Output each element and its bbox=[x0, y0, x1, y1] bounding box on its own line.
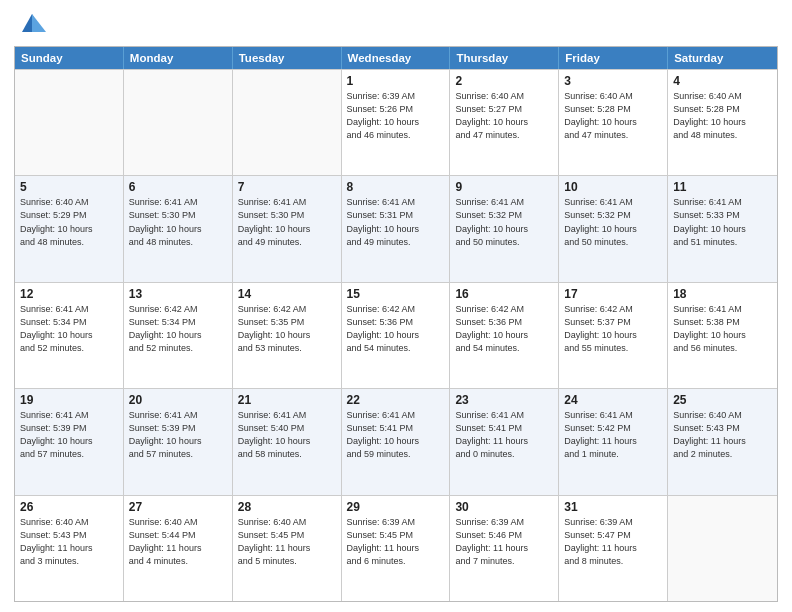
day-detail: Sunrise: 6:41 AM Sunset: 5:33 PM Dayligh… bbox=[673, 196, 772, 248]
calendar-week-4: 19Sunrise: 6:41 AM Sunset: 5:39 PM Dayli… bbox=[15, 388, 777, 494]
table-row: 23Sunrise: 6:41 AM Sunset: 5:41 PM Dayli… bbox=[450, 389, 559, 494]
table-row: 16Sunrise: 6:42 AM Sunset: 5:36 PM Dayli… bbox=[450, 283, 559, 388]
day-detail: Sunrise: 6:41 AM Sunset: 5:38 PM Dayligh… bbox=[673, 303, 772, 355]
day-number: 29 bbox=[347, 500, 445, 514]
day-number: 12 bbox=[20, 287, 118, 301]
calendar-header: SundayMondayTuesdayWednesdayThursdayFrid… bbox=[15, 47, 777, 69]
day-detail: Sunrise: 6:41 AM Sunset: 5:32 PM Dayligh… bbox=[455, 196, 553, 248]
day-detail: Sunrise: 6:41 AM Sunset: 5:42 PM Dayligh… bbox=[564, 409, 662, 461]
day-detail: Sunrise: 6:40 AM Sunset: 5:29 PM Dayligh… bbox=[20, 196, 118, 248]
day-detail: Sunrise: 6:42 AM Sunset: 5:36 PM Dayligh… bbox=[347, 303, 445, 355]
day-number: 27 bbox=[129, 500, 227, 514]
day-number: 16 bbox=[455, 287, 553, 301]
logo-area bbox=[14, 10, 46, 38]
calendar-week-3: 12Sunrise: 6:41 AM Sunset: 5:34 PM Dayli… bbox=[15, 282, 777, 388]
day-detail: Sunrise: 6:40 AM Sunset: 5:28 PM Dayligh… bbox=[564, 90, 662, 142]
day-number: 5 bbox=[20, 180, 118, 194]
table-row: 22Sunrise: 6:41 AM Sunset: 5:41 PM Dayli… bbox=[342, 389, 451, 494]
table-row: 31Sunrise: 6:39 AM Sunset: 5:47 PM Dayli… bbox=[559, 496, 668, 601]
table-row: 26Sunrise: 6:40 AM Sunset: 5:43 PM Dayli… bbox=[15, 496, 124, 601]
day-number: 23 bbox=[455, 393, 553, 407]
day-number: 3 bbox=[564, 74, 662, 88]
day-number: 19 bbox=[20, 393, 118, 407]
day-number: 24 bbox=[564, 393, 662, 407]
day-number: 14 bbox=[238, 287, 336, 301]
day-number: 30 bbox=[455, 500, 553, 514]
table-row: 9Sunrise: 6:41 AM Sunset: 5:32 PM Daylig… bbox=[450, 176, 559, 281]
day-number: 15 bbox=[347, 287, 445, 301]
svg-marker-1 bbox=[32, 14, 46, 32]
table-row: 14Sunrise: 6:42 AM Sunset: 5:35 PM Dayli… bbox=[233, 283, 342, 388]
table-row: 28Sunrise: 6:40 AM Sunset: 5:45 PM Dayli… bbox=[233, 496, 342, 601]
table-row: 3Sunrise: 6:40 AM Sunset: 5:28 PM Daylig… bbox=[559, 70, 668, 175]
day-number: 9 bbox=[455, 180, 553, 194]
table-row: 24Sunrise: 6:41 AM Sunset: 5:42 PM Dayli… bbox=[559, 389, 668, 494]
day-detail: Sunrise: 6:39 AM Sunset: 5:26 PM Dayligh… bbox=[347, 90, 445, 142]
day-number: 13 bbox=[129, 287, 227, 301]
table-row bbox=[233, 70, 342, 175]
weekday-header-saturday: Saturday bbox=[668, 47, 777, 69]
calendar-week-1: 1Sunrise: 6:39 AM Sunset: 5:26 PM Daylig… bbox=[15, 69, 777, 175]
day-number: 10 bbox=[564, 180, 662, 194]
table-row: 8Sunrise: 6:41 AM Sunset: 5:31 PM Daylig… bbox=[342, 176, 451, 281]
day-number: 6 bbox=[129, 180, 227, 194]
day-detail: Sunrise: 6:39 AM Sunset: 5:45 PM Dayligh… bbox=[347, 516, 445, 568]
table-row: 6Sunrise: 6:41 AM Sunset: 5:30 PM Daylig… bbox=[124, 176, 233, 281]
table-row: 20Sunrise: 6:41 AM Sunset: 5:39 PM Dayli… bbox=[124, 389, 233, 494]
day-detail: Sunrise: 6:40 AM Sunset: 5:45 PM Dayligh… bbox=[238, 516, 336, 568]
day-detail: Sunrise: 6:40 AM Sunset: 5:27 PM Dayligh… bbox=[455, 90, 553, 142]
table-row bbox=[668, 496, 777, 601]
day-detail: Sunrise: 6:39 AM Sunset: 5:46 PM Dayligh… bbox=[455, 516, 553, 568]
day-detail: Sunrise: 6:41 AM Sunset: 5:41 PM Dayligh… bbox=[347, 409, 445, 461]
day-detail: Sunrise: 6:41 AM Sunset: 5:39 PM Dayligh… bbox=[20, 409, 118, 461]
day-detail: Sunrise: 6:41 AM Sunset: 5:31 PM Dayligh… bbox=[347, 196, 445, 248]
day-detail: Sunrise: 6:41 AM Sunset: 5:41 PM Dayligh… bbox=[455, 409, 553, 461]
day-number: 17 bbox=[564, 287, 662, 301]
table-row: 13Sunrise: 6:42 AM Sunset: 5:34 PM Dayli… bbox=[124, 283, 233, 388]
calendar-week-5: 26Sunrise: 6:40 AM Sunset: 5:43 PM Dayli… bbox=[15, 495, 777, 601]
table-row: 25Sunrise: 6:40 AM Sunset: 5:43 PM Dayli… bbox=[668, 389, 777, 494]
day-number: 31 bbox=[564, 500, 662, 514]
table-row: 30Sunrise: 6:39 AM Sunset: 5:46 PM Dayli… bbox=[450, 496, 559, 601]
weekday-header-monday: Monday bbox=[124, 47, 233, 69]
day-detail: Sunrise: 6:40 AM Sunset: 5:43 PM Dayligh… bbox=[673, 409, 772, 461]
day-detail: Sunrise: 6:41 AM Sunset: 5:39 PM Dayligh… bbox=[129, 409, 227, 461]
day-number: 4 bbox=[673, 74, 772, 88]
table-row: 29Sunrise: 6:39 AM Sunset: 5:45 PM Dayli… bbox=[342, 496, 451, 601]
day-detail: Sunrise: 6:41 AM Sunset: 5:40 PM Dayligh… bbox=[238, 409, 336, 461]
day-detail: Sunrise: 6:40 AM Sunset: 5:44 PM Dayligh… bbox=[129, 516, 227, 568]
weekday-header-sunday: Sunday bbox=[15, 47, 124, 69]
weekday-header-thursday: Thursday bbox=[450, 47, 559, 69]
weekday-header-friday: Friday bbox=[559, 47, 668, 69]
table-row: 11Sunrise: 6:41 AM Sunset: 5:33 PM Dayli… bbox=[668, 176, 777, 281]
day-number: 26 bbox=[20, 500, 118, 514]
day-detail: Sunrise: 6:42 AM Sunset: 5:35 PM Dayligh… bbox=[238, 303, 336, 355]
table-row: 4Sunrise: 6:40 AM Sunset: 5:28 PM Daylig… bbox=[668, 70, 777, 175]
table-row: 7Sunrise: 6:41 AM Sunset: 5:30 PM Daylig… bbox=[233, 176, 342, 281]
day-detail: Sunrise: 6:41 AM Sunset: 5:30 PM Dayligh… bbox=[129, 196, 227, 248]
table-row: 1Sunrise: 6:39 AM Sunset: 5:26 PM Daylig… bbox=[342, 70, 451, 175]
day-number: 20 bbox=[129, 393, 227, 407]
table-row: 27Sunrise: 6:40 AM Sunset: 5:44 PM Dayli… bbox=[124, 496, 233, 601]
calendar-body: 1Sunrise: 6:39 AM Sunset: 5:26 PM Daylig… bbox=[15, 69, 777, 601]
day-detail: Sunrise: 6:40 AM Sunset: 5:28 PM Dayligh… bbox=[673, 90, 772, 142]
day-number: 21 bbox=[238, 393, 336, 407]
day-detail: Sunrise: 6:40 AM Sunset: 5:43 PM Dayligh… bbox=[20, 516, 118, 568]
day-detail: Sunrise: 6:42 AM Sunset: 5:34 PM Dayligh… bbox=[129, 303, 227, 355]
day-number: 28 bbox=[238, 500, 336, 514]
table-row: 18Sunrise: 6:41 AM Sunset: 5:38 PM Dayli… bbox=[668, 283, 777, 388]
day-number: 1 bbox=[347, 74, 445, 88]
day-number: 25 bbox=[673, 393, 772, 407]
day-number: 11 bbox=[673, 180, 772, 194]
weekday-header-tuesday: Tuesday bbox=[233, 47, 342, 69]
calendar: SundayMondayTuesdayWednesdayThursdayFrid… bbox=[14, 46, 778, 602]
day-number: 22 bbox=[347, 393, 445, 407]
day-detail: Sunrise: 6:41 AM Sunset: 5:32 PM Dayligh… bbox=[564, 196, 662, 248]
table-row: 21Sunrise: 6:41 AM Sunset: 5:40 PM Dayli… bbox=[233, 389, 342, 494]
day-detail: Sunrise: 6:39 AM Sunset: 5:47 PM Dayligh… bbox=[564, 516, 662, 568]
page: SundayMondayTuesdayWednesdayThursdayFrid… bbox=[0, 0, 792, 612]
calendar-week-2: 5Sunrise: 6:40 AM Sunset: 5:29 PM Daylig… bbox=[15, 175, 777, 281]
weekday-header-wednesday: Wednesday bbox=[342, 47, 451, 69]
day-detail: Sunrise: 6:41 AM Sunset: 5:34 PM Dayligh… bbox=[20, 303, 118, 355]
logo-icon bbox=[18, 10, 46, 38]
